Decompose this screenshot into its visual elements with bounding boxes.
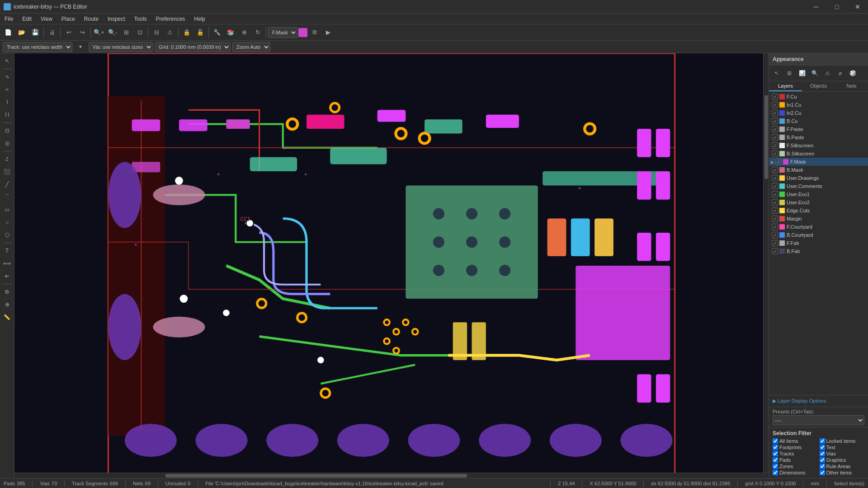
layer-item-f-paste[interactable]: ✓F.Paste bbox=[769, 125, 868, 133]
tab-layers[interactable]: Layers bbox=[769, 81, 802, 91]
layer-item-f-mask[interactable]: ▶✓F.Mask bbox=[769, 158, 868, 166]
layer-visibility-toggle[interactable]: ✓ bbox=[772, 224, 778, 230]
sf-checkbox-other-items[interactable] bbox=[820, 470, 825, 475]
draw-arc-tool[interactable]: ⌒ bbox=[1, 191, 13, 203]
rp-board-stats-btn[interactable]: 📊 bbox=[796, 67, 808, 79]
measure-tool[interactable]: 📏 bbox=[1, 311, 13, 323]
rp-3d-btn[interactable]: 🎲 bbox=[847, 67, 859, 79]
draw-circle-tool[interactable]: ○ bbox=[1, 216, 13, 228]
zoom-dropdown[interactable]: Zoom Auto bbox=[232, 42, 270, 52]
fp-wizard-button[interactable]: 🔧 bbox=[211, 26, 223, 39]
sf-checkbox-locked-items[interactable] bbox=[820, 438, 825, 444]
tune-track-tool[interactable]: ⌇ bbox=[1, 96, 13, 108]
layer-visibility-toggle[interactable]: ✓ bbox=[772, 150, 778, 157]
sf-checkbox-zones[interactable] bbox=[773, 464, 778, 469]
sf-checkbox-rule-areas[interactable] bbox=[820, 464, 825, 469]
layer-item-b-mask[interactable]: ✓B.Mask bbox=[769, 166, 868, 174]
layer-item-b-fab[interactable]: ✓B.Fab bbox=[769, 247, 868, 255]
select-tool[interactable]: ↖ bbox=[1, 55, 13, 67]
layer-item-in1-cu[interactable]: ✓In1.Cu bbox=[769, 101, 868, 109]
layer-visibility-toggle[interactable]: ✓ bbox=[772, 102, 778, 108]
layer-visibility-toggle[interactable]: ✓ bbox=[772, 199, 778, 206]
add-dim-tool[interactable]: ⟺ bbox=[1, 258, 13, 269]
pcb-canvas[interactable]: CC1 + + + + + bbox=[14, 53, 769, 478]
v-scroll-thumb[interactable] bbox=[764, 95, 768, 179]
layer-selector[interactable]: F.Mask bbox=[268, 27, 297, 38]
layer-visibility-toggle[interactable]: ✓ bbox=[772, 142, 778, 149]
h-scroll-thumb[interactable] bbox=[165, 474, 467, 478]
zoom-in-button[interactable]: 🔍+ bbox=[93, 26, 105, 39]
add-leader-tool[interactable]: ⇤ bbox=[1, 270, 13, 282]
layer-item-b-paste[interactable]: ✓B.Paste bbox=[769, 133, 868, 141]
layer-visibility-toggle[interactable]: ✓ bbox=[772, 94, 778, 100]
add-zone-tool[interactable]: Z bbox=[1, 153, 13, 165]
route-track-tool[interactable]: ∿ bbox=[1, 71, 13, 83]
sf-checkbox-dimensions[interactable] bbox=[773, 470, 778, 475]
layer-item-edge-cuts[interactable]: ✓Edge.Cuts bbox=[769, 206, 868, 215]
drc-button[interactable]: ⚠ bbox=[164, 26, 176, 39]
track-width-settings[interactable]: ▼ bbox=[74, 41, 87, 53]
close-button[interactable]: ✕ bbox=[847, 0, 868, 14]
zoom-fit-button[interactable]: ⊞ bbox=[120, 26, 132, 39]
rp-net-inspector-btn[interactable]: ⊞ bbox=[783, 67, 795, 79]
undo-button[interactable]: ↩ bbox=[62, 26, 75, 39]
menu-tools[interactable]: Tools bbox=[130, 14, 151, 24]
pcb-new-button[interactable]: ⊕ bbox=[238, 26, 250, 39]
tab-nets[interactable]: Nets bbox=[835, 81, 868, 91]
layer-item-user-eco2[interactable]: ✓User.Eco2 bbox=[769, 198, 868, 206]
rp-drc-btn[interactable]: ⚠ bbox=[821, 67, 833, 79]
origin-tool[interactable]: ⊕ bbox=[1, 299, 13, 310]
layer-item-b-silkscreen[interactable]: ✓B.Silkscreen bbox=[769, 150, 868, 158]
add-rule-area-tool[interactable]: ⬛ bbox=[1, 166, 13, 178]
add-text-tool[interactable]: T bbox=[1, 245, 13, 257]
layer-visibility-toggle[interactable]: ✓ bbox=[772, 240, 778, 246]
layer-visibility-toggle[interactable]: ✓ bbox=[772, 207, 778, 214]
layer-visibility-toggle[interactable]: ✓ bbox=[772, 232, 778, 238]
tab-objects[interactable]: Objects bbox=[802, 81, 835, 91]
sf-checkbox-vias[interactable] bbox=[820, 451, 825, 456]
layer-item-user-comments[interactable]: ✓User.Comments bbox=[769, 182, 868, 190]
layer-display-options[interactable]: ▶ Layer Display Options bbox=[769, 395, 868, 407]
scripting-button[interactable]: ▶ bbox=[322, 26, 335, 39]
menu-place[interactable]: Place bbox=[57, 14, 80, 24]
interactive-router-settings[interactable]: ⚙ bbox=[1, 286, 13, 298]
layer-item-f-fab[interactable]: ✓F.Fab bbox=[769, 239, 868, 247]
layer-item-b-cu[interactable]: ✓B.Cu bbox=[769, 117, 868, 125]
zoom-out-button[interactable]: 🔍- bbox=[106, 26, 119, 39]
redo-button[interactable]: ↪ bbox=[76, 26, 89, 39]
rp-select-btn[interactable]: ↖ bbox=[771, 67, 783, 79]
layer-item-f-courtyard[interactable]: ✓F.Courtyard bbox=[769, 223, 868, 231]
track-width-dropdown[interactable]: Track: use netclass width bbox=[3, 42, 72, 52]
open-button[interactable]: 📂 bbox=[15, 26, 28, 39]
menu-help[interactable]: Help bbox=[189, 14, 210, 24]
menu-preferences[interactable]: Preferences bbox=[151, 14, 190, 24]
add-footprint-tool[interactable]: ⊡ bbox=[1, 125, 13, 136]
layer-item-margin[interactable]: ✓Margin bbox=[769, 215, 868, 223]
board-setup-button[interactable]: ⚙ bbox=[308, 26, 321, 39]
layer-item-user-eco1[interactable]: ✓User.Eco1 bbox=[769, 190, 868, 198]
layer-visibility-toggle[interactable]: ✓ bbox=[772, 248, 778, 254]
unlock-button[interactable]: 🔓 bbox=[194, 26, 207, 39]
layer-visibility-toggle[interactable]: ✓ bbox=[772, 183, 778, 189]
maximize-button[interactable]: □ bbox=[826, 0, 847, 14]
ratsnest-button[interactable]: ⊟ bbox=[150, 26, 163, 39]
layer-color-button[interactable] bbox=[298, 28, 307, 37]
sf-checkbox-graphics[interactable] bbox=[820, 457, 825, 463]
layer-visibility-toggle[interactable]: ✓ bbox=[772, 167, 778, 173]
fp-lib-button[interactable]: 📚 bbox=[224, 26, 237, 39]
add-via-tool[interactable]: ◎ bbox=[1, 137, 13, 149]
update-pcb-button[interactable]: ↻ bbox=[251, 26, 264, 39]
layer-visibility-toggle[interactable]: ✓ bbox=[772, 191, 778, 197]
sf-checkbox-pads[interactable] bbox=[773, 457, 778, 463]
lock-button[interactable]: 🔒 bbox=[180, 26, 193, 39]
layer-visibility-toggle[interactable]: ✓ bbox=[772, 110, 778, 116]
sf-checkbox-all-items[interactable] bbox=[773, 438, 778, 444]
draw-polygon-tool[interactable]: ⬡ bbox=[1, 229, 13, 241]
layer-visibility-toggle[interactable]: ✓ bbox=[772, 126, 778, 132]
via-size-dropdown[interactable]: Via: use netclass sizes bbox=[89, 42, 153, 52]
presets-dropdown[interactable]: ---- bbox=[773, 415, 864, 425]
draw-rect-tool[interactable]: ▭ bbox=[1, 204, 13, 216]
route-diff-pair-tool[interactable]: ≈ bbox=[1, 84, 13, 95]
horizontal-scrollbar[interactable] bbox=[14, 473, 769, 478]
grid-dropdown[interactable]: Grid: 0.1000 mm (0.0039 in) bbox=[155, 42, 231, 52]
